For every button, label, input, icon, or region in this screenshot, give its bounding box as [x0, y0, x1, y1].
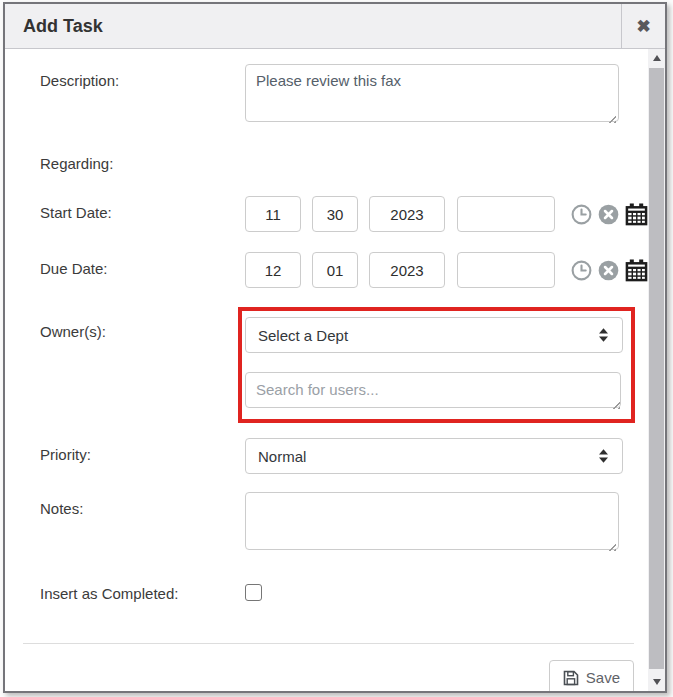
- calendar-icon: [625, 203, 648, 226]
- start-day-input[interactable]: [312, 196, 358, 232]
- notes-row: Notes:: [5, 492, 648, 554]
- due-time-input[interactable]: [457, 252, 555, 288]
- dept-select[interactable]: Select a Dept: [245, 317, 623, 353]
- start-calendar-button[interactable]: [625, 203, 648, 226]
- insert-completed-row: Insert as Completed:: [5, 577, 648, 602]
- dept-select-value: Select a Dept: [258, 327, 597, 344]
- annotation-highlight-box: Select a Dept: [238, 307, 635, 423]
- regarding-label: Regarding:: [40, 147, 245, 172]
- insert-completed-label: Insert as Completed:: [40, 577, 245, 602]
- notes-label: Notes:: [40, 492, 245, 554]
- start-date-row: Start Date:: [5, 196, 648, 232]
- close-button[interactable]: ✖: [621, 4, 665, 48]
- due-clear-button[interactable]: [598, 260, 619, 281]
- description-label: Description:: [40, 64, 245, 126]
- priority-select[interactable]: Normal: [245, 438, 623, 474]
- priority-label: Priority:: [40, 438, 245, 474]
- description-textarea[interactable]: Please review this fax: [245, 64, 619, 122]
- unfold-arrows-icon: [597, 327, 610, 343]
- dialog-title: Add Task: [5, 4, 621, 48]
- vertical-scrollbar[interactable]: [648, 49, 665, 691]
- scroll-down-arrow-icon: [653, 679, 661, 685]
- dialog-body: Description: Please review this fax Rega…: [5, 49, 665, 691]
- clock-icon: [571, 260, 592, 281]
- start-year-input[interactable]: [369, 196, 445, 232]
- clock-icon: [571, 204, 592, 225]
- dialog-footer: Save: [5, 644, 648, 691]
- clear-circle-icon: [598, 204, 619, 225]
- start-date-label: Start Date:: [40, 196, 245, 232]
- owners-label: Owner(s):: [40, 315, 245, 423]
- calendar-icon: [625, 259, 648, 282]
- priority-row: Priority: Normal: [5, 438, 648, 474]
- close-icon: ✖: [636, 16, 650, 37]
- dialog-header: Add Task ✖: [5, 4, 665, 49]
- save-button[interactable]: Save: [549, 660, 634, 691]
- owners-row: Owner(s): Select a Dept: [5, 315, 648, 423]
- floppy-disk-icon: [563, 670, 579, 686]
- start-time-button[interactable]: [571, 204, 592, 225]
- start-time-input[interactable]: [457, 196, 555, 232]
- unfold-arrows-icon: [597, 448, 610, 464]
- insert-completed-checkbox[interactable]: [245, 584, 262, 601]
- add-task-dialog: Add Task ✖ Description: Please review th…: [3, 2, 667, 693]
- user-search-input[interactable]: [245, 372, 621, 408]
- clear-circle-icon: [598, 260, 619, 281]
- due-time-button[interactable]: [571, 260, 592, 281]
- regarding-row: Regarding:: [5, 147, 648, 172]
- due-day-input[interactable]: [312, 252, 358, 288]
- priority-select-value: Normal: [258, 448, 597, 465]
- start-clear-button[interactable]: [598, 204, 619, 225]
- scroll-up-arrow-icon: [653, 55, 661, 61]
- due-date-row: Due Date:: [5, 252, 648, 288]
- start-month-input[interactable]: [245, 196, 301, 232]
- description-row: Description: Please review this fax: [5, 64, 648, 126]
- scrollbar-thumb[interactable]: [649, 68, 664, 669]
- scroll-up-button[interactable]: [648, 49, 665, 67]
- due-year-input[interactable]: [369, 252, 445, 288]
- due-calendar-button[interactable]: [625, 259, 648, 282]
- notes-textarea[interactable]: [245, 492, 619, 550]
- due-month-input[interactable]: [245, 252, 301, 288]
- scroll-down-button[interactable]: [648, 673, 665, 691]
- due-date-label: Due Date:: [40, 252, 245, 288]
- save-button-label: Save: [586, 669, 620, 686]
- form-content: Description: Please review this fax Rega…: [5, 49, 648, 691]
